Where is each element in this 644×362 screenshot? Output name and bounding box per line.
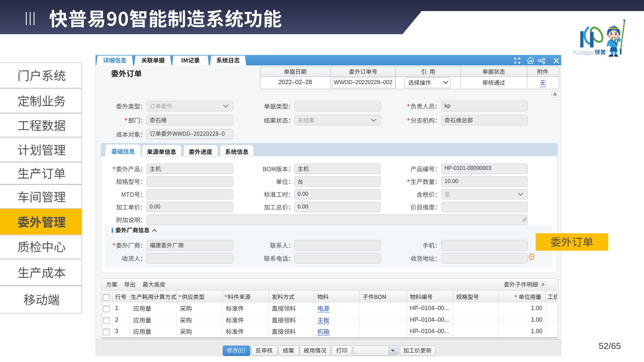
svg-text:IM: IM [529,59,532,63]
svg-text:Kuaipu: Kuaipu [573,49,594,56]
